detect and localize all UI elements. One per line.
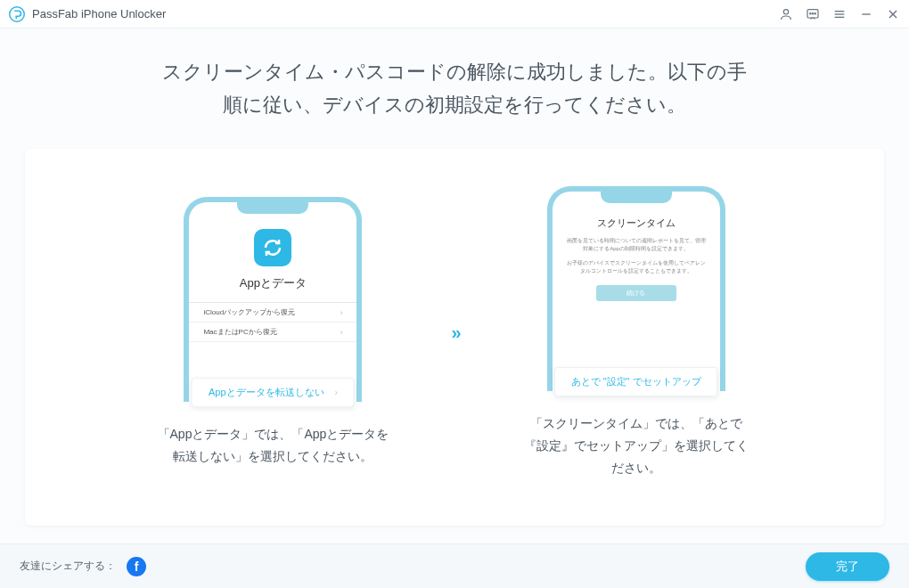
- feedback-icon[interactable]: [806, 7, 820, 21]
- menu-icon[interactable]: [832, 7, 847, 21]
- header-line-2: 順に従い、デバイスの初期設定を行ってください。: [223, 94, 686, 116]
- svg-point-4: [812, 12, 813, 13]
- titlebar: PassFab iPhone Unlocker: [0, 0, 909, 29]
- minimize-icon[interactable]: [859, 7, 873, 21]
- app-window: PassFab iPhone Unlocker スクリーンタイム・パスコードの解…: [0, 0, 909, 588]
- step2-phone-continue: 続ける: [596, 285, 676, 301]
- share-label: 友達にシェアする：: [20, 559, 116, 574]
- account-icon[interactable]: [779, 7, 793, 21]
- step-1: Appとデータ iCloudバックアップから復元› MacまたはPCから復元› …: [148, 197, 397, 468]
- step2-phone-mock: スクリーンタイム 画面を見ている時間についての週間レポートを見て、管理対象にする…: [547, 186, 725, 391]
- step2-description: 「スクリーンタイム」では、「あとで『設定』でセットアップ」を選択してください。: [520, 412, 752, 480]
- svg-point-0: [10, 6, 25, 21]
- svg-point-5: [815, 12, 815, 13]
- step2-phone-desc2: お子様のデバイスでスクリーンタイムを使用してペアレンタルコントロールを設定するこ…: [565, 259, 708, 276]
- step2-highlight-option: あとで "設定" でセットアップ: [554, 367, 718, 396]
- step1-row-icloud: iCloudバックアップから復元›: [189, 303, 356, 323]
- svg-point-3: [810, 12, 811, 13]
- step1-description: 「Appとデータ」では、「Appとデータを転送しない」を選択してください。: [157, 423, 389, 468]
- header-line-1: スクリーンタイム・パスコードの解除に成功しました。以下の手: [162, 61, 747, 83]
- close-icon[interactable]: [886, 7, 900, 21]
- done-button[interactable]: 完了: [806, 552, 889, 581]
- step1-highlight-option: Appとデータを転送しない›: [192, 378, 355, 407]
- step1-phone-mock: Appとデータ iCloudバックアップから復元› MacまたはPCから復元› …: [184, 197, 362, 402]
- footer: 友達にシェアする： f 完了: [0, 543, 909, 588]
- app-title: PassFab iPhone Unlocker: [32, 7, 779, 20]
- step-2: スクリーンタイム 画面を見ている時間についての週間レポートを見て、管理対象にする…: [512, 186, 761, 480]
- svg-point-1: [783, 9, 788, 13]
- arrow-separator: »: [451, 323, 457, 343]
- facebook-share-icon[interactable]: f: [127, 557, 146, 576]
- step1-row-mac-pc: MacまたはPCから復元›: [189, 323, 356, 342]
- step1-phone-title: Appとデータ: [240, 275, 307, 291]
- step2-phone-desc1: 画面を見ている時間についての週間レポートを見て、管理対象にするAppの制限時間を…: [565, 237, 708, 254]
- refresh-icon: [254, 229, 291, 266]
- main-panel: Appとデータ iCloudバックアップから復元› MacまたはPCから復元› …: [25, 149, 884, 526]
- page-header: スクリーンタイム・パスコードの解除に成功しました。以下の手 順に従い、デバイスの…: [0, 29, 909, 140]
- app-logo-icon: [9, 6, 25, 22]
- step2-phone-title: スクリーンタイム: [565, 216, 708, 230]
